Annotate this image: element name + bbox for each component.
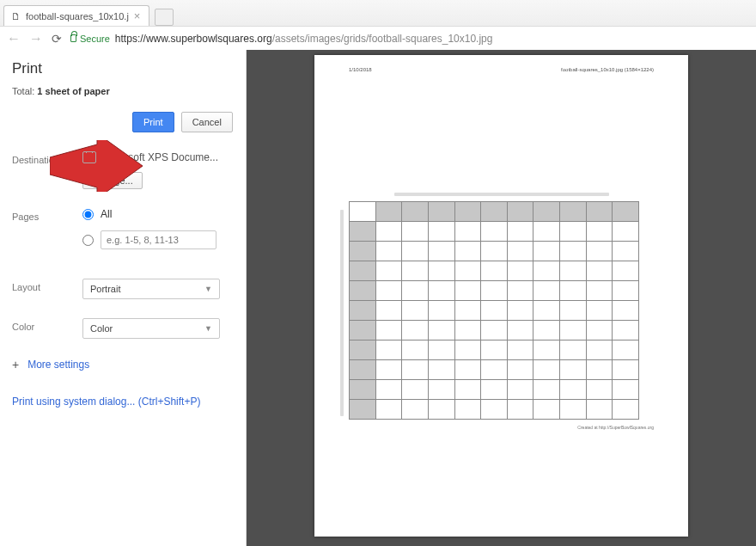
layout-select[interactable]: Portrait ▼ <box>82 279 220 299</box>
browser-tab[interactable]: 🗋 football-squares_10x10.j × <box>3 5 149 26</box>
layout-label: Layout <box>12 279 82 292</box>
tab-title: football-squares_10x10.j <box>26 11 129 21</box>
new-tab-button[interactable] <box>155 9 174 26</box>
pages-all-radio[interactable] <box>82 209 94 220</box>
print-preview-area: 1/10/2018 football-squares_10x10.jpg (15… <box>247 50 756 546</box>
browser-toolbar: ← → ⟳ Secure https://www.superbowlsquare… <box>0 26 756 50</box>
pages-range-radio[interactable] <box>82 235 94 246</box>
cancel-button[interactable]: Cancel <box>181 112 233 132</box>
close-icon[interactable]: × <box>134 10 141 21</box>
lock-icon <box>70 34 76 42</box>
page-icon: 🗋 <box>11 11 21 21</box>
address-bar[interactable]: Secure https://www.superbowlsquares.org/… <box>70 33 749 45</box>
back-button[interactable]: ← <box>7 31 21 46</box>
destination-value: Microsoft XPS Docume... <box>82 151 234 163</box>
change-destination-button[interactable]: Change... <box>82 172 143 189</box>
print-button[interactable]: Print <box>132 112 174 132</box>
plus-icon: + <box>12 358 19 371</box>
pages-all-label: All <box>101 208 112 220</box>
pages-label: Pages <box>12 208 82 222</box>
print-actions: Print Cancel <box>12 112 234 132</box>
team-left-label <box>340 210 344 416</box>
team-top-label <box>394 193 609 196</box>
print-total: Total: 1 sheet of paper <box>12 86 234 96</box>
secure-indicator: Secure <box>70 34 110 44</box>
color-label: Color <box>12 318 82 332</box>
tab-strip: 🗋 football-squares_10x10.j × <box>0 0 756 26</box>
preview-page: 1/10/2018 football-squares_10x10.jpg (15… <box>314 55 688 537</box>
printer-icon <box>82 151 96 163</box>
preview-filename: football-squares_10x10.jpg (1584×1224) <box>561 67 654 72</box>
url-text: https://www.superbowlsquares.org/assets/… <box>115 33 493 45</box>
browser-chrome: 🗋 football-squares_10x10.j × ← → ⟳ Secur… <box>0 0 756 50</box>
more-settings[interactable]: + More settings <box>12 358 234 371</box>
football-squares-grid <box>349 201 639 420</box>
reload-button[interactable]: ⟳ <box>52 32 62 46</box>
pages-range-input[interactable] <box>101 230 216 249</box>
print-panel: Print Total: 1 sheet of paper Print Canc… <box>0 50 247 546</box>
system-dialog-link[interactable]: Print using system dialog... (Ctrl+Shift… <box>12 396 234 408</box>
preview-credit: Created at http://SuperBowlSquares.org <box>349 425 654 430</box>
color-select[interactable]: Color ▼ <box>82 318 220 339</box>
forward-button: → <box>29 31 43 46</box>
print-title: Print <box>12 60 234 77</box>
secure-label: Secure <box>80 34 110 44</box>
chevron-down-icon: ▼ <box>204 324 212 333</box>
preview-date: 1/10/2018 <box>349 67 372 72</box>
destination-label: Destination <box>12 151 82 165</box>
chevron-down-icon: ▼ <box>204 285 212 293</box>
